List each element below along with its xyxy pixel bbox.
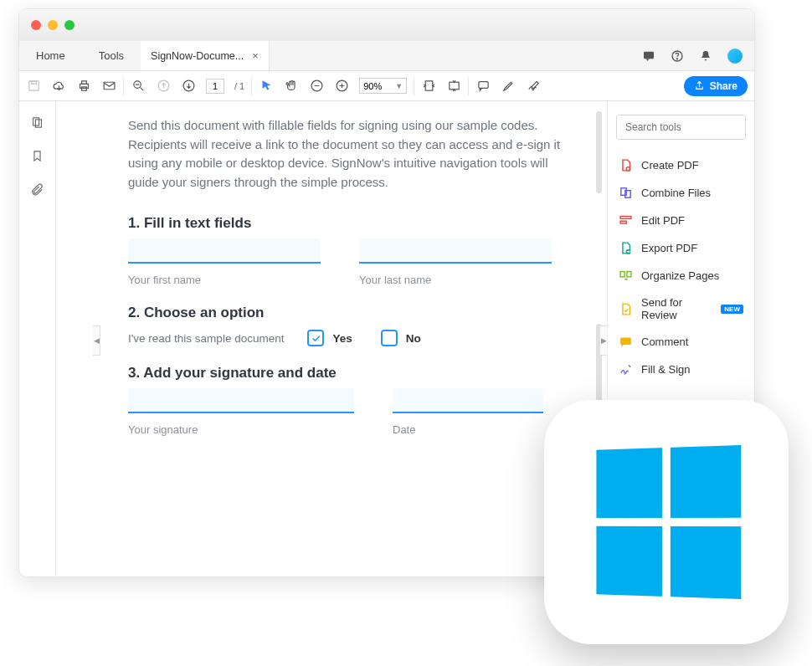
bookmark-icon[interactable] <box>30 148 45 163</box>
section-2-heading: 2. Choose an option <box>128 305 577 321</box>
date-label: Date <box>393 423 543 436</box>
fit-page-icon[interactable] <box>446 79 461 94</box>
scrollbar-thumb[interactable] <box>596 111 602 193</box>
tool-label: Organize Pages <box>641 269 719 282</box>
titlebar <box>19 9 754 41</box>
tab-label: SignNow-Docume... <box>151 50 244 62</box>
option-prompt: I've read this sample document <box>128 332 284 345</box>
tool-label: Create PDF <box>641 159 699 172</box>
tool-label: Comment <box>641 336 688 348</box>
tool-item-edit-pdf[interactable]: Edit PDF <box>616 207 746 234</box>
tool-icon <box>619 269 633 283</box>
minus-circle-icon[interactable] <box>309 79 324 94</box>
svg-rect-26 <box>627 272 631 277</box>
sign-icon[interactable] <box>526 79 541 94</box>
page-up-icon[interactable] <box>156 79 171 94</box>
chat-icon[interactable] <box>642 49 655 63</box>
close-tab-icon[interactable]: × <box>252 49 259 62</box>
svg-rect-0 <box>644 51 654 59</box>
collapse-left-button[interactable]: ◀ <box>93 325 100 356</box>
zoom-out-icon[interactable] <box>131 79 146 94</box>
page-number-input[interactable] <box>206 79 224 94</box>
new-badge: NEW <box>721 305 743 314</box>
tool-icon <box>619 241 633 255</box>
svg-rect-17 <box>33 117 39 125</box>
close-window-button[interactable] <box>31 20 41 30</box>
svg-rect-27 <box>620 338 631 346</box>
collapse-right-button[interactable]: ▶ <box>599 325 607 356</box>
windows-badge <box>544 400 789 644</box>
highlight-icon[interactable] <box>501 79 516 94</box>
minimize-window-button[interactable] <box>48 20 58 30</box>
svg-rect-25 <box>620 272 624 277</box>
tool-icon <box>619 362 633 377</box>
no-label: No <box>406 332 421 345</box>
section-3-heading: 3. Add your signature and date <box>128 365 577 382</box>
first-name-input[interactable] <box>128 238 321 264</box>
share-button[interactable]: Share <box>684 76 748 96</box>
tool-icon <box>619 335 633 349</box>
tab-document[interactable]: SignNow-Docume... × <box>141 41 270 70</box>
tool-item-comment[interactable]: Comment <box>616 328 746 356</box>
tool-label: Edit PDF <box>641 214 685 227</box>
bell-icon[interactable] <box>699 49 712 63</box>
svg-rect-5 <box>80 84 88 88</box>
tool-item-organize-pages[interactable]: Organize Pages <box>616 262 746 289</box>
share-label: Share <box>710 80 737 92</box>
page-total: / 1 <box>234 81 244 91</box>
tab-tools[interactable]: Tools <box>82 41 141 70</box>
date-input[interactable] <box>393 388 543 413</box>
signature-input[interactable] <box>128 388 354 413</box>
tool-item-fill-sign[interactable]: Fill & Sign <box>616 356 746 383</box>
cloud-icon[interactable] <box>51 79 66 94</box>
tool-item-create-pdf[interactable]: Create PDF <box>616 151 746 179</box>
last-name-input[interactable] <box>359 238 552 264</box>
tab-bar: Home Tools SignNow-Docume... × <box>19 41 754 71</box>
svg-point-2 <box>676 58 677 59</box>
maximize-window-button[interactable] <box>64 20 75 30</box>
svg-rect-14 <box>425 81 433 90</box>
svg-rect-18 <box>35 119 41 126</box>
tool-icon <box>619 186 633 200</box>
checkbox-yes[interactable] <box>307 330 324 346</box>
help-icon[interactable] <box>671 49 684 63</box>
tool-label: Send for Review <box>641 296 712 321</box>
plus-circle-icon[interactable] <box>334 79 349 94</box>
document-view: Send this document with fillable fields … <box>56 101 607 576</box>
tool-icon <box>619 213 633 228</box>
save-icon[interactable] <box>26 79 41 94</box>
comment-icon[interactable] <box>475 79 491 94</box>
print-icon[interactable] <box>76 79 91 94</box>
pointer-icon[interactable] <box>259 79 274 94</box>
mail-icon[interactable] <box>101 79 116 94</box>
tool-label: Fill & Sign <box>641 363 691 376</box>
tab-home[interactable]: Home <box>19 41 82 70</box>
svg-rect-3 <box>28 81 38 90</box>
left-sidebar <box>19 101 56 576</box>
tool-item-send-for-review[interactable]: Send for ReviewNEW <box>616 289 746 328</box>
svg-rect-22 <box>620 217 631 219</box>
first-name-label: Your first name <box>128 274 321 286</box>
avatar[interactable] <box>727 49 743 64</box>
tool-item-export-pdf[interactable]: Export PDF <box>616 234 746 262</box>
signature-label: Your signature <box>128 423 354 436</box>
document-description: Send this document with fillable fields … <box>128 116 563 192</box>
zoom-value: 90% <box>363 81 392 91</box>
svg-rect-16 <box>478 82 487 89</box>
toolbar: / 1 90% ▼ Share <box>19 71 754 101</box>
zoom-select[interactable]: 90% ▼ <box>359 78 407 94</box>
last-name-label: Your last name <box>359 274 552 286</box>
checkbox-no[interactable] <box>381 330 398 346</box>
section-1-heading: 1. Fill in text fields <box>128 215 577 232</box>
tool-icon <box>619 302 633 316</box>
attachment-icon[interactable] <box>30 182 45 197</box>
tool-label: Export PDF <box>641 242 697 254</box>
svg-rect-23 <box>620 221 626 223</box>
page-down-icon[interactable] <box>181 79 196 94</box>
svg-rect-15 <box>449 82 458 90</box>
tool-item-combine-files[interactable]: Combine Files <box>616 179 746 207</box>
search-tools-input[interactable] <box>616 115 746 140</box>
hand-icon[interactable] <box>284 79 299 94</box>
thumbnails-icon[interactable] <box>30 115 45 130</box>
fit-width-icon[interactable] <box>421 79 436 94</box>
